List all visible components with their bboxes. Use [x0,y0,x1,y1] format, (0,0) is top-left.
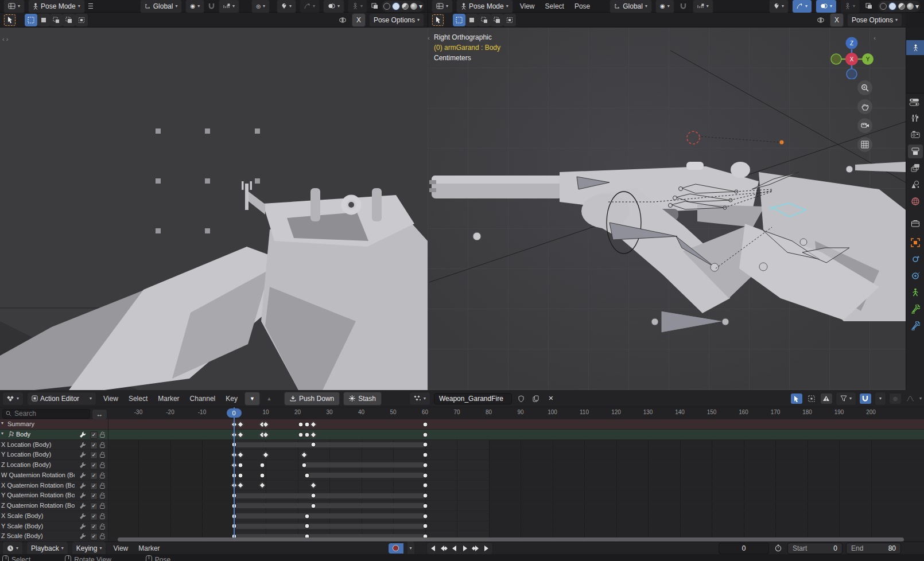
channel-enable-checkbox[interactable]: ✓ [90,513,98,520]
channel-row[interactable]: X Quaternion Rotation (Body)✓ [0,481,924,491]
gizmos-dropdown-right[interactable]: ▾ [792,0,812,13]
layer-prev-button[interactable]: ▼ [244,392,260,406]
channel-row[interactable]: Z Quaternion Rotation (Body)✓ [0,501,924,511]
visibility-dropdown[interactable]: ▾ [277,0,296,13]
select-difference-button[interactable] [491,14,503,26]
keyframe-circle[interactable] [422,432,428,437]
channel-search-input[interactable]: Search [2,409,90,419]
keyframe-circle[interactable] [305,513,310,519]
keyframe-circle[interactable] [311,503,316,508]
shading-wireframe-button[interactable] [383,3,390,10]
timeline-ruler[interactable]: -30-20-101020304050607080901001101201301… [0,407,924,420]
keyframe-diamond[interactable] [310,482,317,489]
auto-keying-toggle[interactable] [389,543,403,554]
selected-point[interactable] [780,141,784,145]
region-toggle-icon[interactable]: ⌃ [890,390,894,392]
keyframe-circle[interactable] [422,453,428,458]
properties-tab-render[interactable] [908,128,923,142]
keyframe-circle[interactable] [422,483,428,488]
shading-rendered-button[interactable] [410,3,417,10]
expand-caret-icon[interactable]: ▾ [1,431,3,436]
menu-key[interactable]: Key [222,394,241,404]
play-reverse-button[interactable] [449,543,460,554]
snap-options-right[interactable]: ▾ [693,0,713,13]
pin-icon[interactable] [8,431,14,438]
dope-mode-select[interactable]: Action Editor▾ [27,392,96,406]
properties-tab-object-data[interactable] [908,286,923,299]
shading-material-button[interactable] [402,3,409,10]
current-frame-badge[interactable]: 0 [227,408,242,418]
play-button[interactable] [460,543,471,554]
outliner-armature-item[interactable] [906,40,924,55]
keyframe-circle[interactable] [305,422,310,427]
channel-enable-checkbox[interactable]: ✓ [90,451,98,459]
current-frame-field[interactable]: 0 [719,543,769,554]
channel-row[interactable]: Y Quaternion Rotation (Body)✓ [0,490,924,501]
shading-rendered-button[interactable] [907,3,914,10]
channel-lock-icon[interactable] [99,451,106,458]
keyframe-circle[interactable] [298,422,304,427]
action-name-field[interactable]: Weapon_GarandFire [434,393,512,404]
modifier-wrench-icon[interactable] [79,502,86,509]
properties-tab-bone[interactable] [908,302,923,316]
unlink-action-button[interactable]: ✕ [545,394,557,404]
select-subtract-button[interactable] [478,14,491,26]
jump-to-end-button[interactable] [482,543,492,554]
jump-to-start-button[interactable] [427,543,438,554]
menu-select[interactable]: Select [125,394,151,404]
channel-lock-icon[interactable] [99,512,106,520]
expand-caret-icon[interactable]: ▾ [1,420,3,426]
modifier-wrench-icon[interactable] [79,533,86,540]
pose-options-right[interactable]: Pose Options▾ [847,13,902,27]
menu-view[interactable]: View [110,543,131,554]
keyframe-circle[interactable] [238,462,243,468]
zoom-button[interactable] [857,80,872,95]
show-hidden-button[interactable] [806,394,817,404]
modifier-wrench-icon[interactable] [79,513,86,520]
horizontal-scrollbar[interactable] [118,537,904,541]
use-preview-range-button[interactable] [772,543,784,554]
frame-start-field[interactable]: Start 0 [787,543,843,554]
channel-row[interactable]: Z Location (Body)✓ [0,460,924,470]
pose-options-left[interactable]: Pose Options▾ [369,13,424,27]
channel-row[interactable]: ▾Body✓ [0,430,924,440]
keyframe-circle[interactable] [422,422,428,427]
channel-enable-checkbox[interactable]: ✓ [90,462,98,469]
select-box-button[interactable] [453,14,465,26]
select-extend-button[interactable] [465,14,478,26]
modifier-wrench-icon[interactable] [79,451,86,458]
browse-action-button[interactable]: ▾ [409,392,430,406]
keyframe-circle[interactable] [422,462,428,468]
keyframe-diamond[interactable] [259,482,266,489]
overlays-dropdown-left[interactable]: ▾ [323,0,344,13]
channel-row[interactable]: Y Location (Body)✓ [0,450,924,460]
keyframe-circle[interactable] [422,503,428,508]
proportional-edit-left[interactable]: ◎▾ [251,0,270,13]
channel-enable-checkbox[interactable]: ✓ [90,502,98,510]
xray-toggle-right[interactable] [863,1,875,11]
armature-overlay-dropdown-left[interactable]: ▾ [348,0,367,13]
keying-menu[interactable]: Keying▾ [72,541,107,555]
auto-keying-dropdown[interactable]: ▾ [407,541,415,555]
channel-enable-checkbox[interactable]: ✓ [90,431,98,439]
properties-tab-object[interactable] [908,236,923,250]
channel-row[interactable]: Y Scale (Body)✓ [0,521,924,532]
expand-channels-button[interactable]: ↔ [92,409,107,420]
snap-options-left[interactable]: ▾ [219,0,239,13]
viewport-left-3d[interactable]: ‹ › [0,28,428,390]
editor-type-button[interactable]: ▾ [3,0,25,13]
modifier-wrench-icon[interactable] [79,472,86,479]
channel-lock-icon[interactable] [99,431,106,438]
frame-end-field[interactable]: End 80 [846,543,901,554]
gizmos-dropdown-left[interactable]: ▾ [300,0,320,13]
keyframe-circle[interactable] [422,524,428,529]
fake-user-shield-button[interactable] [515,394,527,404]
new-action-button[interactable] [530,394,542,404]
mirror-x-toggle-right[interactable]: X [830,13,844,27]
menu-marker[interactable]: Marker [154,394,183,404]
shading-options-chevron[interactable]: ▾ [915,2,919,10]
properties-tab-physics[interactable] [908,252,923,266]
channel-lock-icon[interactable] [99,482,106,489]
menu-select[interactable]: Select [542,1,568,11]
channel-lock-icon[interactable] [99,441,106,449]
